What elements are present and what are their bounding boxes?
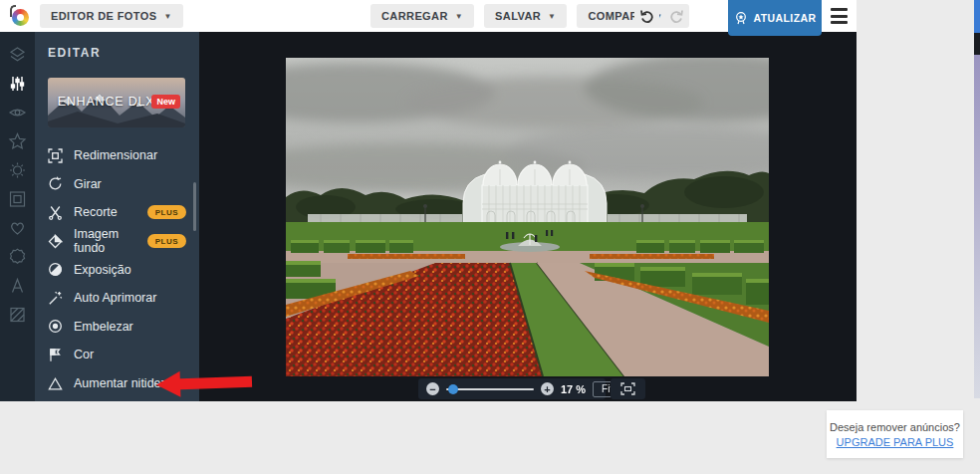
befunky-logo-icon[interactable] (9, 5, 31, 27)
zoom-in-button[interactable]: + (541, 382, 554, 395)
chevron-down-icon: ▼ (548, 12, 556, 21)
zoom-percent: 17 % (561, 383, 586, 395)
new-badge: New (151, 95, 180, 109)
remove-ads-question: Deseja remover anúncios? (830, 421, 960, 433)
text-a-icon (8, 277, 27, 295)
app-switcher-label: EDITOR DE FOTOS (51, 10, 156, 22)
menu-item-rotate[interactable]: Girar (48, 170, 199, 199)
upgrade-label: ATUALIZAR (754, 12, 817, 24)
sidebar-item-text[interactable] (0, 271, 35, 300)
panel-title: EDITAR (48, 46, 199, 60)
menu-item-crop[interactable]: Recorte PLUS (48, 198, 199, 227)
app-switcher-button[interactable]: EDITOR DE FOTOS ▼ (40, 4, 183, 28)
sidebar-item-textures[interactable] (0, 300, 35, 329)
zoom-slider-knob[interactable] (448, 384, 458, 394)
canvas-area: − + 17 % Fit (199, 32, 857, 401)
undo-icon (639, 9, 654, 23)
sidebar-item-edit[interactable] (0, 69, 35, 98)
banner-title: ENHANCE DLX (48, 95, 164, 109)
menu-item-background-image[interactable]: Imagem fundo PLUS (48, 227, 199, 256)
page-scrollbar[interactable] (974, 0, 980, 474)
sidebar-item-layers[interactable] (0, 40, 35, 69)
redo-icon (669, 9, 684, 23)
chevron-down-icon: ▼ (163, 12, 171, 21)
edit-panel: EDITAR ENHANCE DLX New Redimensionar (35, 32, 199, 401)
frame-icon (8, 190, 27, 208)
layers-icon (8, 46, 27, 64)
panel-scrollbar[interactable] (193, 182, 196, 231)
heart-icon (8, 219, 27, 237)
badge-icon (8, 248, 27, 266)
background-image-icon (48, 234, 63, 249)
menu-item-beautify[interactable]: Embelezar (48, 313, 199, 342)
resize-icon (48, 148, 63, 163)
zoom-slider[interactable] (446, 388, 534, 390)
photo-canvas-image[interactable] (286, 58, 769, 376)
undo-button[interactable] (634, 4, 659, 28)
tools-sidebar (0, 32, 35, 401)
color-icon (48, 348, 63, 362)
sidebar-item-artsy[interactable] (0, 155, 35, 184)
sidebar-item-graphics[interactable] (0, 213, 35, 242)
menu-hamburger-button[interactable] (831, 8, 848, 24)
enhance-dlx-banner[interactable]: ENHANCE DLX New (48, 78, 185, 127)
texture-icon (8, 306, 27, 324)
red-pointer-arrow (149, 364, 254, 402)
medal-icon (734, 11, 748, 25)
menu-item-exposure[interactable]: Exposição (48, 255, 199, 284)
file-actions-group: CARREGAR ▼ SALVAR ▼ COMPART. ▼ (370, 4, 674, 28)
chevron-down-icon: ▼ (455, 12, 463, 21)
eye-icon (8, 104, 27, 121)
sharpen-triangle-icon (48, 376, 63, 391)
rotate-icon (48, 176, 63, 191)
share-button[interactable]: COMPART. ▼ (577, 4, 673, 28)
remove-ads-box: Deseja remover anúncios? UPGRADE PARA PL… (827, 410, 963, 458)
sun-burst-icon (8, 161, 27, 179)
menu-item-resize[interactable]: Redimensionar (48, 141, 199, 170)
magic-wand-icon (48, 291, 63, 306)
upgrade-button[interactable]: ATUALIZAR (728, 0, 822, 36)
zoom-out-button[interactable]: − (426, 382, 439, 395)
plus-badge: PLUS (147, 205, 186, 219)
upload-button[interactable]: CARREGAR ▼ (370, 4, 474, 28)
adjust-sliders-icon (8, 75, 27, 93)
crop-scissors-icon (48, 205, 63, 220)
sidebar-item-frames[interactable] (0, 184, 35, 213)
edit-tools-menu: Redimensionar Girar Recorte PLUS (48, 141, 199, 397)
garden-photo (286, 58, 769, 376)
exposure-icon (48, 262, 63, 277)
beautify-icon (48, 319, 63, 334)
editor-body: EDITAR ENHANCE DLX New Redimensionar (0, 32, 857, 401)
sidebar-item-touchup[interactable] (0, 98, 35, 126)
upgrade-plus-link[interactable]: UPGRADE PARA PLUS (837, 436, 954, 448)
sidebar-item-overlays[interactable] (0, 242, 35, 271)
star-icon (8, 132, 27, 150)
zoom-toolbar: − + 17 % Fit (418, 378, 606, 399)
top-toolbar: EDITOR DE FOTOS ▼ CARREGAR ▼ SALVAR ▼ CO… (0, 0, 857, 32)
photo-editor-app: EDITOR DE FOTOS ▼ CARREGAR ▼ SALVAR ▼ CO… (0, 0, 857, 401)
save-button[interactable]: SALVAR ▼ (484, 4, 567, 28)
fit-screen-icon (620, 382, 635, 395)
sidebar-item-effects[interactable] (0, 126, 35, 155)
plus-badge: PLUS (147, 234, 186, 248)
fullscreen-fit-button[interactable] (611, 378, 645, 399)
menu-item-color[interactable]: Cor (48, 341, 199, 369)
redo-button[interactable] (664, 4, 689, 28)
menu-item-auto-enhance[interactable]: Auto Aprimorar (48, 284, 199, 313)
